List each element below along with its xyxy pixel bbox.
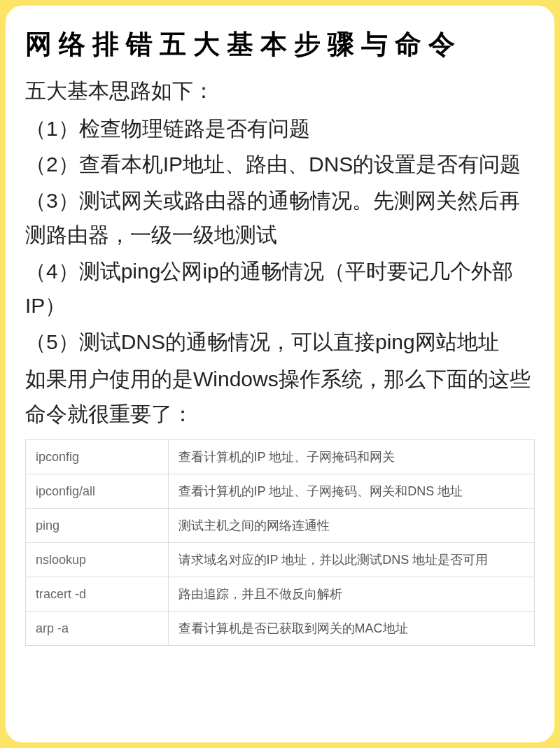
commands-table: ipconfig 查看计算机的IP 地址、子网掩码和网关 ipconfig/al… <box>25 439 535 646</box>
description-cell: 查看计算机的IP 地址、子网掩码和网关 <box>168 440 534 474</box>
description-cell: 路由追踪，并且不做反向解析 <box>168 577 534 612</box>
command-cell: arp -a <box>26 612 169 646</box>
page-title: 网络排错五大基本步骤与命令 <box>25 27 535 62</box>
table-row: ipconfig/all 查看计算机的IP 地址、子网掩码、网关和DNS 地址 <box>26 474 535 509</box>
step-3: （3）测试网关或路由器的通畅情况。先测网关然后再测路由器，一级一级地测试 <box>25 183 535 253</box>
content-card: 网络排错五大基本步骤与命令 五大基本思路如下： （1）检查物理链路是否有问题 （… <box>6 6 554 742</box>
step-5: （5）测试DNS的通畅情况，可以直接ping网站地址 <box>25 325 535 360</box>
description-cell: 查看计算机的IP 地址、子网掩码、网关和DNS 地址 <box>168 474 534 509</box>
command-cell: ipconfig <box>26 440 169 474</box>
command-cell: tracert -d <box>26 577 169 612</box>
command-cell: ping <box>26 509 169 543</box>
step-2: （2）查看本机IP地址、路由、DNS的设置是否有问题 <box>25 147 535 182</box>
description-cell: 测试主机之间的网络连通性 <box>168 509 534 543</box>
table-row: nslookup 请求域名对应的IP 地址，并以此测试DNS 地址是否可用 <box>26 543 535 577</box>
description-cell: 查看计算机是否已获取到网关的MAC地址 <box>168 612 534 646</box>
step-1: （1）检查物理链路是否有问题 <box>25 111 535 146</box>
description-cell: 请求域名对应的IP 地址，并以此测试DNS 地址是否可用 <box>168 543 534 577</box>
windows-note: 如果用户使用的是Windows操作系统，那么下面的这些命令就很重要了： <box>25 362 535 431</box>
command-cell: ipconfig/all <box>26 474 169 509</box>
table-row: ipconfig 查看计算机的IP 地址、子网掩码和网关 <box>26 440 535 474</box>
table-row: tracert -d 路由追踪，并且不做反向解析 <box>26 577 535 612</box>
command-cell: nslookup <box>26 543 169 577</box>
table-row: ping 测试主机之间的网络连通性 <box>26 509 535 543</box>
intro-text: 五大基本思路如下： <box>25 73 535 108</box>
step-4: （4）测试ping公网ip的通畅情况（平时要记几个外部IP） <box>25 254 535 323</box>
table-row: arp -a 查看计算机是否已获取到网关的MAC地址 <box>26 612 535 646</box>
